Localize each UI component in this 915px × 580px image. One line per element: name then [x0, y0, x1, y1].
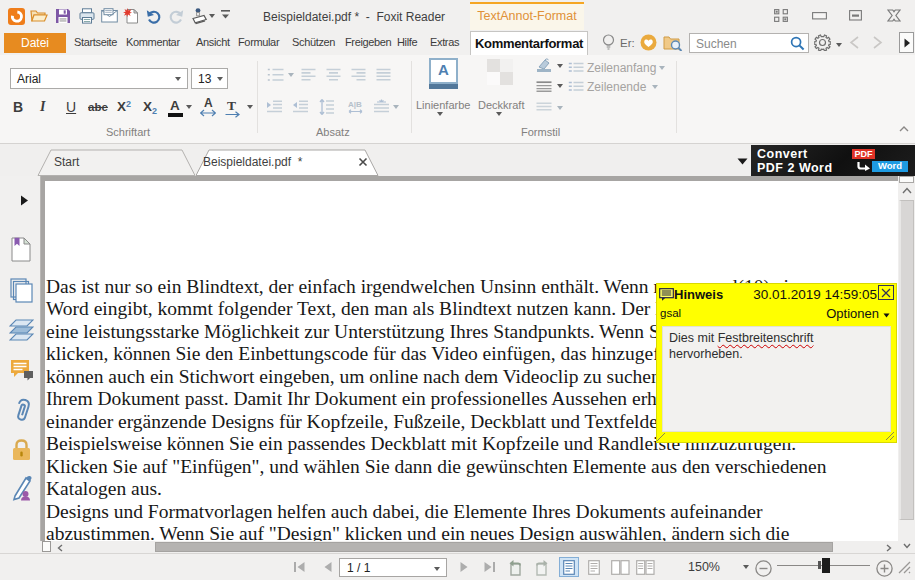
- svg-text:A|B: A|B: [348, 100, 362, 109]
